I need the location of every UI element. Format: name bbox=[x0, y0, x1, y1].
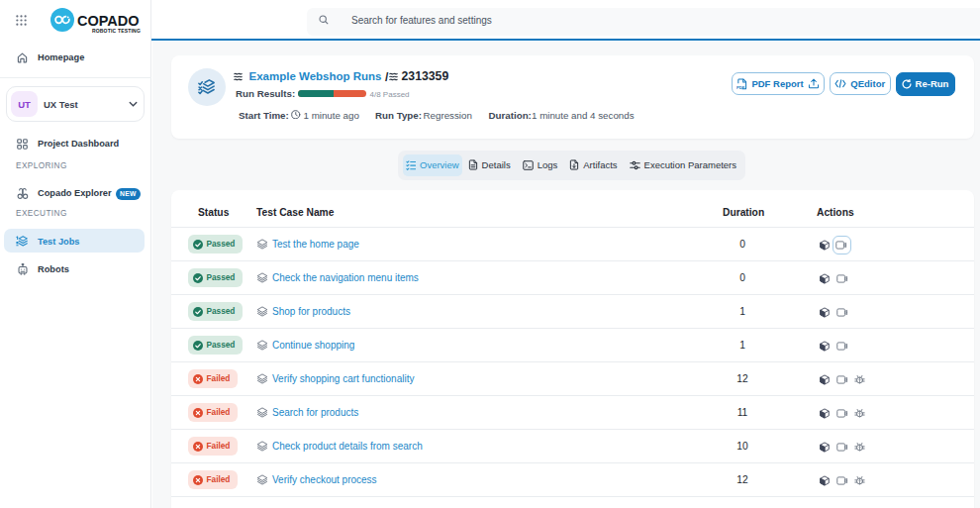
svg-text:PDF: PDF bbox=[736, 84, 745, 89]
